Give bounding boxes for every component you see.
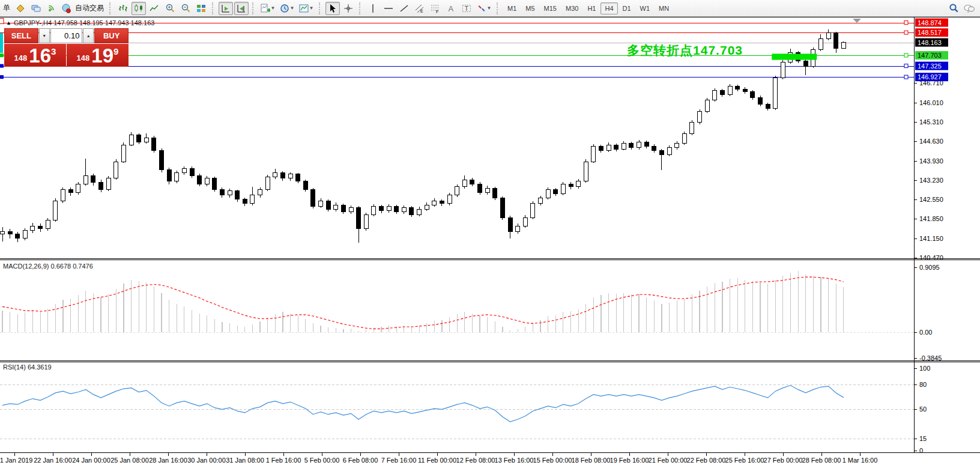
candle-body <box>137 135 141 142</box>
timeframe-W1[interactable]: W1 <box>636 2 655 14</box>
text-label-icon[interactable]: T <box>459 2 474 15</box>
auto-trading-icon[interactable] <box>60 2 72 15</box>
time-label: 21 Jan 2019 <box>0 457 32 464</box>
price-tick-label: 144.630 <box>919 138 943 145</box>
line-anchor[interactable] <box>904 75 908 79</box>
line-anchor[interactable] <box>0 64 4 68</box>
highlight-rectangle[interactable] <box>772 53 817 59</box>
equidistant-channel-icon[interactable]: E <box>413 2 427 15</box>
time-label: 25 Jan 08:00 <box>110 457 149 464</box>
time-label: 11 Feb 00:00 <box>418 457 456 464</box>
volume-decrement-button[interactable]: ▼ <box>39 28 50 43</box>
sell-button[interactable]: SELL <box>4 28 38 43</box>
line-anchor[interactable] <box>904 21 908 25</box>
rsi-tick-label: 80 <box>919 381 927 388</box>
zoom-out-icon[interactable] <box>178 2 193 15</box>
chat-icon[interactable] <box>962 2 976 15</box>
sell-price-tile[interactable]: 148163 <box>4 44 66 67</box>
terminals-icon[interactable] <box>29 2 43 15</box>
fibonacci-icon[interactable]: F <box>428 2 443 15</box>
line-anchor[interactable] <box>904 53 908 57</box>
timeframe-M1[interactable]: M1 <box>503 2 521 14</box>
timeframe-MN[interactable]: MN <box>655 2 673 14</box>
horizontal-line-icon[interactable] <box>381 2 396 15</box>
candle-body <box>99 183 103 190</box>
text-icon[interactable]: A <box>444 2 458 15</box>
candle-body <box>462 180 467 187</box>
line-chart-icon[interactable] <box>147 2 162 15</box>
candle-body <box>834 33 838 49</box>
candle-body <box>380 206 384 210</box>
arrows-icon[interactable]: ▼ <box>475 2 493 15</box>
price-tick-label: 143.230 <box>919 177 943 184</box>
line-anchor[interactable] <box>0 19 4 24</box>
timeframe-D1[interactable]: D1 <box>619 2 635 14</box>
timeframe-M30[interactable]: M30 <box>561 2 582 14</box>
line-anchor[interactable] <box>0 75 4 79</box>
trendline-icon[interactable] <box>397 2 411 15</box>
candle-body <box>198 175 202 184</box>
auto-scroll-icon[interactable] <box>219 2 233 15</box>
candle-body <box>766 105 770 109</box>
candle-body <box>410 208 414 215</box>
history-icon[interactable] <box>13 2 28 15</box>
volume-input[interactable]: 0.10 <box>50 28 83 43</box>
candle-body <box>319 201 323 206</box>
toolbar-separator <box>252 2 255 14</box>
candle-body <box>205 178 209 184</box>
price-badge-label: 147.325 <box>918 62 942 70</box>
candle-body <box>258 190 262 195</box>
candle-body <box>250 195 255 204</box>
line-anchor[interactable] <box>0 53 4 57</box>
candle-body <box>485 188 489 192</box>
candle-body <box>659 150 664 154</box>
buy-price-tile[interactable]: 148199 <box>67 44 129 67</box>
svg-text:E: E <box>420 9 423 13</box>
search-icon[interactable] <box>946 2 961 15</box>
chart-shift-icon[interactable] <box>234 2 249 15</box>
new-order-button[interactable]: 单 <box>1 3 12 13</box>
timeframe-H1[interactable]: H1 <box>583 2 600 14</box>
timeframe-H4[interactable]: H4 <box>600 2 617 14</box>
candle-body <box>561 184 565 193</box>
indicators-icon[interactable]: ▼ <box>259 2 277 15</box>
candle-body <box>8 231 12 234</box>
candle-body <box>698 111 702 123</box>
candlestick-chart-icon[interactable] <box>132 2 146 15</box>
zoom-in-icon[interactable] <box>163 2 177 15</box>
candle-body <box>417 209 422 214</box>
crosshair-icon[interactable] <box>341 2 355 15</box>
chart-canvas[interactable]: 146.710146.010145.310144.630143.930143.2… <box>0 17 980 465</box>
templates-icon[interactable]: ▼ <box>297 2 315 15</box>
sell-price-pips: 16 <box>29 47 51 65</box>
annotation-text[interactable]: 多空转折点147.703 <box>627 42 743 59</box>
line-anchor[interactable] <box>904 31 908 34</box>
bar-chart-icon[interactable] <box>116 2 130 15</box>
symbol-marker-icon: ▲ <box>6 20 11 26</box>
vertical-line-icon[interactable] <box>366 2 380 15</box>
periods-icon[interactable]: ▼ <box>278 2 296 15</box>
line-anchor[interactable] <box>904 64 908 68</box>
buy-button[interactable]: BUY <box>94 28 129 43</box>
candle-body <box>341 205 345 212</box>
time-label: 5 Feb 00:00 <box>304 457 340 464</box>
volume-increment-button[interactable]: ▲ <box>83 28 94 43</box>
candle-body <box>478 184 482 192</box>
signal-icon[interactable] <box>44 2 59 15</box>
candle-body <box>273 173 277 177</box>
macd-signal-line <box>2 277 844 329</box>
candle-body <box>781 62 785 78</box>
candle-body <box>83 175 88 184</box>
price-tick-label: 140.470 <box>919 254 943 261</box>
chart-area[interactable]: 146.710146.010145.310144.630143.930143.2… <box>0 17 980 465</box>
down-arrow-marker[interactable] <box>853 19 861 23</box>
timeframe-M5[interactable]: M5 <box>521 2 539 14</box>
toolbar-separator <box>319 2 322 14</box>
auto-trading-label[interactable]: 自动交易 <box>73 3 106 13</box>
mt4-window: 单 自动交易 ▼ ▼ ▼ E F A T ▼ M1M5M15M30 <box>0 0 980 465</box>
cursor-icon[interactable] <box>325 2 340 15</box>
timeframe-M15[interactable]: M15 <box>540 2 561 14</box>
candle-body <box>372 206 376 214</box>
candle-body <box>500 198 504 218</box>
tile-windows-icon[interactable] <box>194 2 208 15</box>
